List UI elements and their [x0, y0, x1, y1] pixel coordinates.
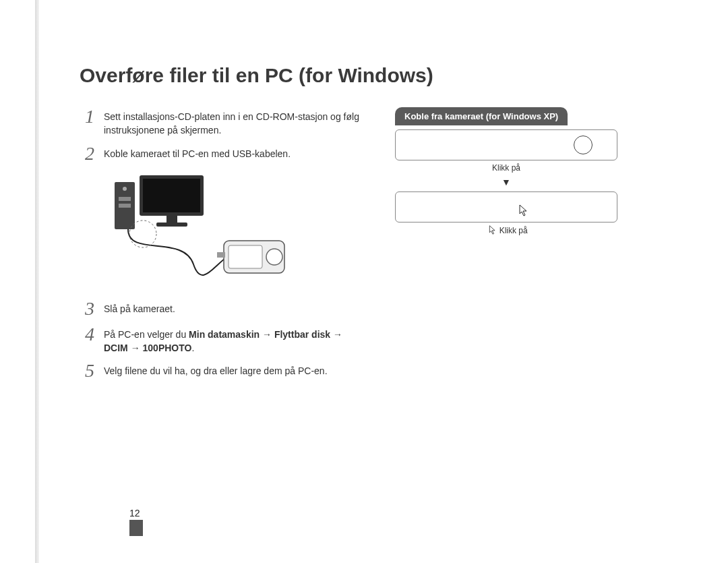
- right-column: Koble fra kameraet (for Windows XP) Klik…: [395, 107, 617, 387]
- down-arrow-icon: ▼: [395, 177, 617, 187]
- svg-rect-12: [217, 252, 225, 258]
- step-number: 1: [80, 107, 94, 138]
- manual-page: Overføre filer til en PC (for Windows) 1…: [0, 0, 728, 563]
- tray-popup-box-1: [395, 129, 617, 160]
- step-number: 2: [80, 144, 94, 163]
- svg-point-5: [123, 187, 127, 191]
- cursor-icon: [519, 204, 528, 219]
- step-number: 3: [80, 299, 94, 318]
- tray-icon-circle: [574, 136, 593, 154]
- svg-rect-3: [156, 223, 187, 227]
- svg-rect-7: [119, 204, 131, 208]
- svg-point-8: [129, 220, 156, 247]
- step-text: Sett installasjons-CD-platen inn i en CD…: [104, 107, 363, 138]
- step-number: 4: [80, 325, 94, 355]
- disconnect-tab-label: Koble fra kameraet (for Windows XP): [395, 107, 568, 125]
- svg-rect-10: [229, 245, 262, 268]
- content-columns: 1 Sett installasjons-CD-platen inn i en …: [80, 107, 688, 387]
- step-1: 1 Sett installasjons-CD-platen inn i en …: [80, 107, 363, 138]
- step-4: 4 På PC-en velger du Min datamaskin → Fl…: [80, 325, 363, 355]
- step-3: 3 Slå på kameraet.: [80, 299, 363, 318]
- step-text: Velg filene du vil ha, og dra eller lagr…: [104, 361, 328, 380]
- page-spine: [35, 0, 39, 563]
- usb-connection-illustration: [102, 170, 363, 287]
- page-number: 12: [129, 508, 140, 518]
- pc-camera-usb-icon: [102, 170, 291, 285]
- step-2: 2 Koble kameraet til PC-en med USB-kabel…: [80, 144, 363, 163]
- caption-1-text: Klikk på: [492, 163, 520, 173]
- page-number-bar: [129, 520, 143, 536]
- step-5: 5 Velg filene du vil ha, og dra eller la…: [80, 361, 363, 380]
- svg-rect-6: [119, 197, 131, 201]
- svg-rect-2: [166, 216, 177, 223]
- step4-suffix: .: [191, 343, 194, 353]
- left-column: 1 Sett installasjons-CD-platen inn i en …: [80, 107, 363, 387]
- caption-1: Klikk på: [395, 163, 617, 173]
- page-title: Overføre filer til en PC (for Windows): [80, 64, 688, 87]
- step4-prefix: På PC-en velger du: [104, 329, 189, 340]
- svg-point-11: [266, 249, 282, 265]
- step-text: Koble kameraet til PC-en med USB-kabelen…: [104, 144, 291, 163]
- caption-2: Klikk på: [395, 225, 617, 237]
- svg-rect-1: [143, 179, 200, 212]
- tray-popup-box-2: [395, 191, 617, 223]
- caption-2-text: Klikk på: [499, 226, 528, 235]
- step-text: Slå på kameraet.: [104, 299, 175, 318]
- cursor-icon: [489, 225, 497, 237]
- step-number: 5: [80, 361, 94, 380]
- step-text: På PC-en velger du Min datamaskin → Flyt…: [104, 325, 363, 355]
